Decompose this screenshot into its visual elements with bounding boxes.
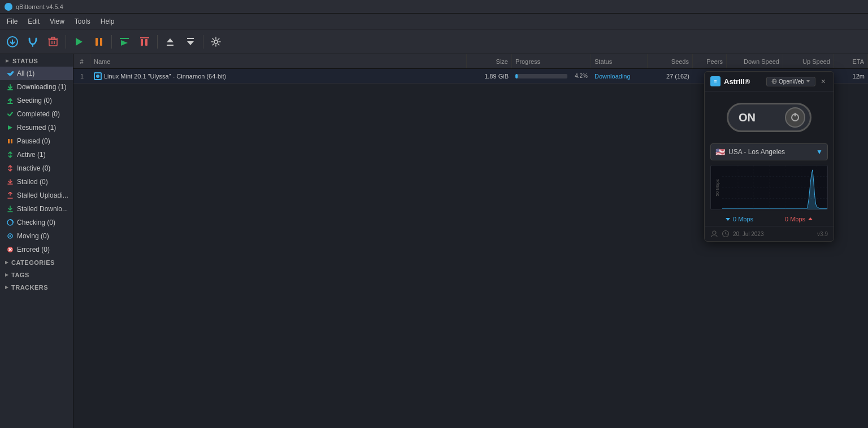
title-bar: qBittorrent v4.5.4 [0, 0, 868, 14]
svg-line-62 [726, 234, 727, 234]
sidebar-item-stalled-uploading[interactable]: Stalled Uploadi... [0, 189, 73, 202]
sidebar-categories[interactable]: CATEGORIES [0, 256, 73, 269]
svg-rect-6 [51, 37, 55, 39]
svg-marker-44 [806, 80, 810, 82]
sidebar-item-moving[interactable]: Moving (0) [0, 229, 73, 243]
sidebar-item-active[interactable]: Active (1) [0, 148, 73, 161]
svg-marker-57 [726, 218, 730, 221]
delete-button[interactable] [44, 33, 62, 51]
svg-marker-39 [5, 273, 8, 277]
sidebar-item-stalled-uploading-label: Stalled Uploadi... [17, 191, 68, 199]
menu-bar: File Edit View Tools Help [0, 14, 868, 29]
sidebar-item-all[interactable]: All (1) [0, 67, 73, 80]
sidebar-tags[interactable]: TAGS [0, 269, 73, 281]
add-magnet-button[interactable] [24, 33, 42, 51]
vpn-flag-icon: 🇺🇸 [715, 147, 725, 156]
sidebar-item-inactive[interactable]: Inactive (0) [0, 161, 73, 175]
th-peers[interactable]: Peers [693, 54, 727, 68]
sidebar-item-paused[interactable]: Paused (0) [0, 134, 73, 148]
stalled-icon [7, 178, 14, 185]
options-button[interactable] [207, 33, 225, 51]
inactive-icon [7, 165, 14, 172]
menu-help[interactable]: Help [96, 16, 119, 27]
resume-all-button[interactable] [115, 33, 133, 51]
vpn-close-button[interactable]: × [819, 77, 828, 86]
td-num: 1 [73, 69, 90, 83]
resume-button[interactable] [70, 33, 88, 51]
table-header: # Name Size Progress Status Seeds Peers … [73, 54, 868, 69]
vpn-location-button[interactable]: 🇺🇸 USA - Los Angeles ▼ [710, 143, 828, 160]
th-num[interactable]: # [73, 54, 90, 68]
sidebar-item-checking[interactable]: Checking (0) [0, 216, 73, 229]
title-bar-text: qBittorrent v4.5.4 [16, 3, 63, 10]
sidebar-item-all-label: All (1) [17, 69, 34, 77]
vpn-user-icon [710, 230, 718, 238]
sidebar-item-active-label: Active (1) [17, 151, 46, 159]
th-size[interactable]: Size [467, 54, 512, 68]
vpn-chart-label: 50 Mbps [715, 179, 720, 196]
all-icon [7, 70, 14, 77]
vpn-location-name: USA - Los Angeles [728, 148, 813, 156]
vpn-footer: 20. Jul 2023 v3.9 [705, 226, 834, 241]
menu-edit[interactable]: Edit [23, 16, 44, 27]
sidebar-trackers[interactable]: TRACKERS [0, 281, 73, 294]
svg-marker-58 [808, 217, 813, 220]
vpn-header: ≡ Astrill® OpenWeb × [705, 72, 834, 91]
vpn-date: 20. Jul 2023 [733, 231, 764, 237]
paused-icon [7, 138, 14, 145]
vpn-on-label: ON [733, 111, 756, 124]
sidebar-item-paused-label: Paused (0) [17, 137, 50, 145]
active-icon [7, 151, 14, 158]
th-name[interactable]: Name [90, 54, 467, 68]
vpn-speed-row: 0 Mbps 0 Mbps [705, 215, 834, 226]
vpn-toggle-knob [785, 107, 805, 128]
menu-tools[interactable]: Tools [70, 16, 95, 27]
sidebar-item-stalled-downloading[interactable]: Stalled Downlo... [0, 202, 73, 216]
toolbar-separator-2 [111, 35, 112, 49]
stalled-download-icon [7, 206, 14, 212]
vpn-version: v3.9 [817, 231, 828, 237]
th-seeds[interactable]: Seeds [648, 54, 693, 68]
status-header: STATUS [0, 54, 73, 67]
td-seeds: 27 (162) [648, 69, 693, 83]
pause-all-button[interactable] [136, 33, 154, 51]
move-up-button[interactable] [161, 33, 179, 51]
vpn-clock-icon [722, 230, 730, 238]
sidebar-item-checking-label: Checking (0) [17, 219, 55, 226]
th-progress[interactable]: Progress [512, 54, 591, 68]
sidebar-item-errored[interactable]: Errored (0) [0, 243, 73, 256]
pause-button[interactable] [90, 33, 108, 51]
vpn-openweb-button[interactable]: OpenWeb [766, 77, 815, 86]
svg-marker-20 [187, 41, 194, 45]
svg-marker-38 [5, 261, 8, 264]
sidebar-item-errored-label: Errored (0) [17, 246, 50, 254]
move-down-button[interactable] [181, 33, 199, 51]
sidebar-item-resumed[interactable]: Resumed (1) [0, 121, 73, 134]
vpn-download-speed: 0 Mbps [710, 216, 768, 222]
menu-file[interactable]: File [2, 16, 22, 27]
sidebar-item-seeding[interactable]: Seeding (0) [0, 94, 73, 107]
vpn-upload-speed: 0 Mbps [770, 216, 828, 222]
menu-view[interactable]: View [45, 16, 69, 27]
th-downspeed[interactable]: Down Speed [727, 54, 783, 68]
th-upspeed[interactable]: Up Speed [783, 54, 834, 68]
moving-icon [7, 233, 14, 239]
td-size: 1.89 GiB [467, 69, 512, 83]
vpn-toggle-button[interactable]: ON [727, 103, 811, 132]
app-icon [5, 3, 12, 11]
sidebar-item-stalled[interactable]: Stalled (0) [0, 175, 73, 189]
svg-marker-40 [5, 286, 8, 289]
toolbar [0, 29, 868, 54]
toolbar-separator-4 [203, 35, 203, 49]
content-area: # Name Size Progress Status Seeds Peers … [73, 54, 868, 428]
vpn-trademark: ® [745, 77, 750, 86]
sidebar-item-downloading[interactable]: Downloading (1) [0, 80, 73, 94]
th-eta[interactable]: ETA [834, 54, 868, 68]
add-torrent-button[interactable] [3, 33, 21, 51]
sidebar-item-completed[interactable]: Completed (0) [0, 107, 73, 121]
sidebar-item-moving-label: Moving (0) [17, 232, 49, 240]
th-status[interactable]: Status [591, 54, 648, 68]
svg-rect-10 [96, 38, 98, 46]
toolbar-separator-1 [66, 35, 66, 49]
sidebar-item-stalled-downloading-label: Stalled Downlo... [17, 205, 68, 213]
